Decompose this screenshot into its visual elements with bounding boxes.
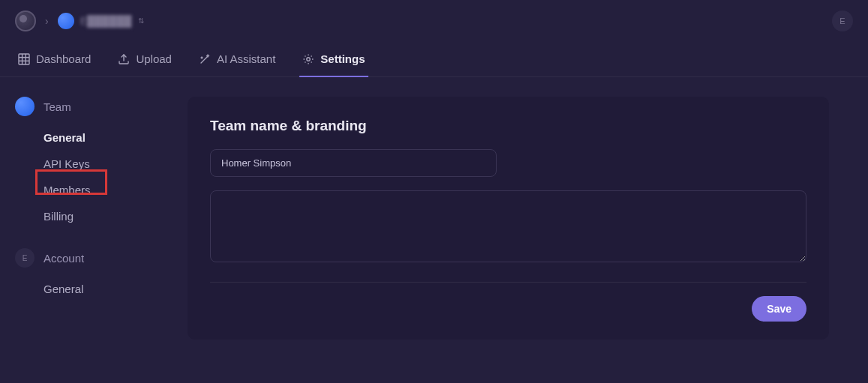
wand-icon	[199, 53, 211, 65]
sidebar-team-header: Team	[15, 97, 173, 116]
logo-icon[interactable]	[15, 10, 36, 31]
grid-icon	[18, 53, 30, 65]
team-avatar-icon	[15, 97, 35, 116]
save-button[interactable]: Save	[752, 296, 806, 322]
card-footer: Save	[210, 296, 806, 322]
sidebar-team-items: General API Keys Members Billing	[15, 127, 173, 227]
sidebar-account-items: General	[15, 278, 173, 300]
sidebar-item-members[interactable]: Members	[44, 179, 173, 201]
org-avatar-icon	[58, 13, 74, 29]
tab-label: Dashboard	[36, 52, 91, 65]
settings-sidebar: Team General API Keys Members Billing E …	[15, 97, 173, 340]
tab-dashboard[interactable]: Dashboard	[15, 42, 94, 77]
sidebar-team-label: Team	[44, 100, 71, 113]
sidebar-item-general[interactable]: General	[44, 127, 173, 148]
breadcrumb: › E██████ ⇅	[15, 10, 144, 31]
tab-label: AI Assistant	[217, 52, 275, 65]
tab-upload[interactable]: Upload	[115, 42, 175, 77]
main-tabs: Dashboard Upload AI Assistant Settings	[0, 42, 868, 77]
divider	[210, 282, 806, 283]
tab-label: Upload	[136, 52, 172, 65]
account-initial: E	[23, 254, 28, 262]
sidebar-account-header: E Account	[15, 248, 173, 268]
main: Team General API Keys Members Billing E …	[0, 77, 868, 359]
chevron-right-icon: ›	[45, 15, 49, 27]
sidebar-item-account-general[interactable]: General	[44, 278, 173, 300]
org-selector[interactable]: E██████ ⇅	[58, 13, 144, 29]
svg-rect-0	[19, 54, 29, 64]
tab-ai-assistant[interactable]: AI Assistant	[196, 42, 278, 77]
team-name-input[interactable]	[210, 149, 497, 177]
sidebar-item-billing[interactable]: Billing	[44, 205, 173, 227]
tab-settings[interactable]: Settings	[299, 42, 368, 77]
chevrons-updown-icon: ⇅	[138, 18, 144, 24]
topbar: › E██████ ⇅ E	[0, 0, 868, 42]
tab-label: Settings	[320, 52, 365, 65]
sidebar-item-api-keys[interactable]: API Keys	[44, 153, 173, 175]
account-avatar-icon: E	[15, 248, 35, 268]
gear-icon	[302, 53, 314, 65]
sidebar-account-label: Account	[44, 252, 84, 265]
card-title: Team name & branding	[210, 118, 806, 134]
user-initial: E	[839, 16, 845, 25]
svg-point-11	[307, 57, 310, 60]
upload-icon	[118, 53, 130, 65]
user-menu[interactable]: E	[832, 10, 853, 31]
team-description-input[interactable]	[210, 190, 806, 262]
org-name: E██████	[80, 15, 132, 27]
team-branding-card: Team name & branding Save	[188, 97, 829, 340]
